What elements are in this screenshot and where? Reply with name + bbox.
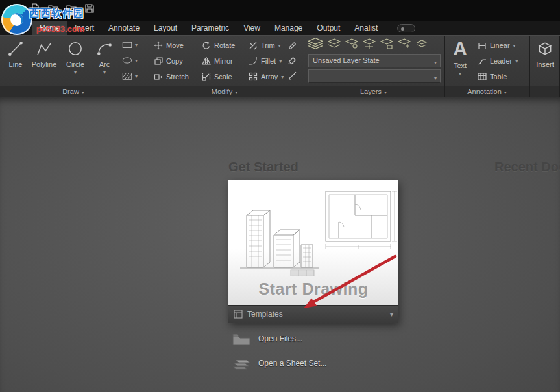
layer-off-icon[interactable]: [328, 38, 341, 49]
tab-layout[interactable]: Layout: [147, 21, 184, 35]
layer-select-dropdown[interactable]: [308, 69, 441, 83]
move-icon: [154, 41, 163, 50]
leader-dropdown-icon[interactable]: [515, 58, 518, 64]
rotate-tool-label: Rotate: [214, 42, 235, 49]
open-files-button[interactable]: Open Files...: [232, 331, 302, 347]
stretch-tool-label: Stretch: [166, 73, 189, 80]
camera-icon: [397, 24, 415, 32]
rectangle-dropdown-icon[interactable]: [135, 42, 138, 48]
copy-icon: [154, 56, 163, 66]
scale-icon: [202, 72, 211, 81]
rectangle-tool-button[interactable]: [121, 40, 138, 50]
panel-annotation: A Text Linear Leader: [445, 36, 530, 98]
layer-state-dropdown[interactable]: Unsaved Layer State: [308, 54, 441, 67]
table-tool-button[interactable]: Table: [478, 70, 507, 83]
insert-tool-button[interactable]: Insert: [532, 38, 558, 80]
layer-properties-icon[interactable]: [308, 37, 323, 50]
brush-tool-button[interactable]: [287, 71, 297, 80]
new-file-button[interactable]: [29, 2, 42, 15]
modify-panel-footer[interactable]: Modify: [147, 86, 302, 98]
annotation-panel-expand-icon: [504, 90, 507, 95]
tab-insert[interactable]: Insert: [67, 21, 101, 35]
trim-dropdown-icon[interactable]: [278, 43, 281, 49]
table-tool-label: Table: [490, 73, 507, 80]
linear-dropdown-icon[interactable]: [513, 43, 516, 49]
arc-tool-button[interactable]: Arc: [93, 38, 116, 80]
text-dropdown-icon[interactable]: [459, 71, 461, 77]
camera-tab-button[interactable]: [390, 21, 422, 35]
scale-tool-button[interactable]: Scale: [202, 70, 232, 83]
open-files-folder-icon: [232, 333, 250, 345]
tab-analist[interactable]: Analist: [347, 21, 385, 35]
fillet-tool-button[interactable]: Fillet: [249, 55, 282, 67]
hatch-icon: [121, 71, 133, 81]
save-icon: [84, 3, 95, 14]
start-drawing-card[interactable]: Start Drawing Templates: [228, 180, 398, 323]
architecture-sketch: [228, 180, 398, 277]
trim-tool-button[interactable]: Trim: [249, 39, 281, 52]
hatch-tool-button[interactable]: [121, 71, 138, 81]
annotation-panel-footer[interactable]: Annotation: [445, 86, 529, 98]
tab-view[interactable]: View: [236, 21, 267, 35]
leader-icon: [478, 56, 487, 66]
circle-dropdown-icon[interactable]: [74, 69, 77, 75]
ellipse-dropdown-icon[interactable]: [135, 58, 138, 64]
ellipse-tool-button[interactable]: [121, 55, 138, 66]
hatch-dropdown-icon[interactable]: [135, 73, 138, 79]
layer-walk-icon[interactable]: [415, 38, 428, 49]
circle-tool-button[interactable]: Circle: [62, 38, 88, 80]
leader-tool-button[interactable]: Leader: [478, 55, 518, 67]
eraser-tool-button[interactable]: [287, 55, 297, 65]
ribbon-tab-bar: Home Insert Annotate Layout Parametric V…: [0, 21, 560, 35]
rotate-icon: [202, 41, 211, 50]
layer-state-dropdown-icon: [434, 56, 437, 69]
rotate-tool-button[interactable]: Rotate: [202, 39, 235, 52]
polyline-tool-button[interactable]: Polyline: [29, 38, 60, 80]
trim-tool-label: Trim: [261, 42, 275, 49]
open-sheet-set-label: Open a Sheet Set...: [258, 359, 326, 368]
fillet-icon: [249, 56, 258, 66]
mirror-tool-label: Mirror: [214, 57, 233, 65]
stretch-tool-button[interactable]: Stretch: [154, 70, 189, 83]
tab-manage[interactable]: Manage: [267, 21, 310, 35]
copy-tool-label: Copy: [166, 57, 183, 65]
text-tool-button[interactable]: A Text: [449, 38, 471, 80]
ellipse-icon: [121, 55, 133, 66]
layers-panel-footer[interactable]: Layers: [302, 86, 444, 98]
layer-isolate-icon[interactable]: [345, 38, 358, 49]
move-tool-button[interactable]: Move: [154, 39, 184, 52]
text-tool-label: Text: [454, 62, 467, 69]
linear-tool-button[interactable]: Linear: [478, 39, 516, 52]
array-tool-label: Array: [261, 73, 278, 80]
copy-tool-button[interactable]: Copy: [154, 55, 183, 67]
draw-panel-footer[interactable]: Draw: [0, 86, 147, 98]
line-tool-button[interactable]: Line: [4, 38, 27, 80]
insert-panel-footer[interactable]: [530, 86, 559, 98]
save-button[interactable]: [83, 2, 96, 15]
templates-dropdown[interactable]: Templates: [228, 305, 398, 323]
array-dropdown-icon[interactable]: [281, 74, 284, 80]
array-tool-button[interactable]: Array: [249, 70, 284, 83]
start-drawing-label: Start Drawing: [228, 280, 398, 299]
start-drawing-thumbnail: Start Drawing: [228, 180, 398, 305]
open-file-button[interactable]: [47, 2, 60, 15]
tab-parametric[interactable]: Parametric: [184, 21, 236, 35]
tab-output[interactable]: Output: [310, 21, 347, 35]
pencil-tool-button[interactable]: [287, 40, 297, 49]
mirror-tool-button[interactable]: Mirror: [202, 55, 233, 67]
open-sheet-set-button[interactable]: Open a Sheet Set...: [232, 356, 326, 371]
web-open-button[interactable]: [65, 2, 78, 15]
layer-match-icon[interactable]: [398, 38, 411, 49]
fillet-dropdown-icon[interactable]: [279, 58, 282, 64]
layer-state-value: Unsaved Layer State: [313, 56, 380, 64]
layer-lock-icon[interactable]: [380, 38, 393, 49]
tab-home[interactable]: Home: [32, 21, 67, 35]
rectangle-icon: [121, 40, 133, 50]
tab-annotate[interactable]: Annotate: [101, 21, 147, 35]
arc-dropdown-icon[interactable]: [103, 69, 106, 75]
brush-icon: [287, 71, 297, 80]
arc-icon: [96, 40, 113, 57]
layer-freeze-icon[interactable]: [363, 38, 376, 49]
folder-globe-icon: [66, 3, 77, 14]
move-tool-label: Move: [166, 42, 184, 49]
